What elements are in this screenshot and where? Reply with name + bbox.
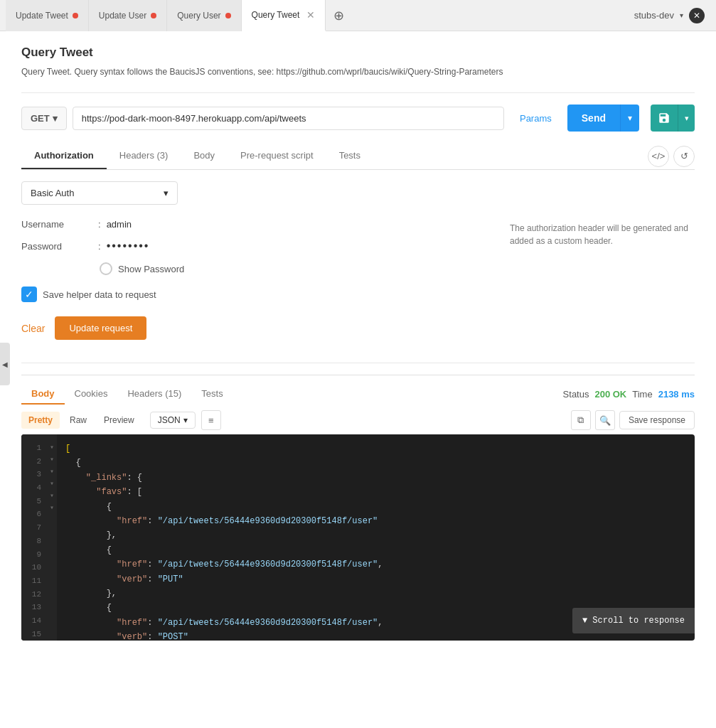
arrow-16: ▾: [50, 502, 54, 514]
format-chevron-icon: ▾: [183, 415, 188, 425]
tab-dot-update-user: [151, 13, 156, 18]
tab-bar-left: Update Tweet Update User Query User Quer…: [6, 0, 348, 31]
tab-pre-request[interactable]: Pre-request script: [228, 143, 326, 169]
tab-close-icon[interactable]: ✕: [306, 9, 315, 21]
format-label: JSON: [158, 415, 181, 425]
line-num-6: 6: [27, 508, 41, 521]
show-password-label: Show Password: [118, 264, 184, 274]
params-button[interactable]: Params: [510, 107, 562, 129]
time-value: 2138 ms: [658, 389, 695, 400]
tab-query-tweet[interactable]: Query Tweet ✕: [242, 0, 326, 31]
line-num-3: 3: [27, 468, 41, 481]
divider-2: [21, 363, 695, 363]
left-scroll-button[interactable]: ◀: [0, 343, 10, 385]
send-arrow-button[interactable]: ▾: [620, 105, 639, 132]
line-num-11: 11: [27, 574, 41, 588]
line-num-4: 4: [27, 481, 41, 495]
tab-body[interactable]: Body: [181, 143, 228, 169]
tab-update-tweet[interactable]: Update Tweet: [6, 0, 89, 31]
line-num-15: 15: [27, 628, 41, 641]
code-line-5: {: [65, 500, 686, 514]
resp-tab-tests[interactable]: Tests: [191, 384, 233, 405]
method-label: GET: [31, 113, 50, 124]
status-label: Status: [563, 389, 589, 400]
code-line-9: "href": "/api/tweets/56444e9360d9d20300f…: [65, 557, 686, 572]
tab-label: Update User: [99, 11, 146, 21]
response-tabs-row: Body Cookies Headers (15) Tests Status 2…: [21, 384, 695, 405]
resp-tab-cookies[interactable]: Cookies: [65, 384, 118, 405]
show-password-checkbox[interactable]: [100, 262, 112, 275]
username-field-row: Username : admin: [21, 219, 488, 230]
tab-add-button[interactable]: ⊕: [328, 6, 348, 26]
tab-query-user[interactable]: Query User: [167, 0, 241, 31]
search-button[interactable]: 🔍: [595, 410, 615, 430]
code-line-3: "_links": {: [65, 471, 686, 485]
code-line-7: },: [65, 528, 686, 542]
tab-authorization[interactable]: Authorization: [21, 143, 107, 169]
save-button[interactable]: [651, 105, 678, 132]
method-chevron-icon: ▾: [53, 113, 58, 124]
show-password-row: Show Password: [21, 262, 488, 275]
auth-fields-left: Username : admin Password : •••••••• Sho…: [21, 219, 488, 287]
action-buttons: Clear Update request: [21, 316, 695, 340]
save-arrow-button[interactable]: ▾: [678, 105, 695, 132]
method-select[interactable]: GET ▾: [21, 107, 67, 130]
request-tabs: Authorization Headers (3) Body Pre-reque…: [21, 143, 695, 170]
response-section: Body Cookies Headers (15) Tests Status 2…: [21, 375, 695, 641]
auth-section: Basic Auth ▾ Username : admin Password :…: [21, 181, 695, 351]
tab-tests[interactable]: Tests: [326, 143, 373, 169]
resp-tab-body[interactable]: Body: [21, 384, 65, 405]
response-status: Status 200 OK Time 2138 ms: [563, 389, 695, 400]
tab-update-user[interactable]: Update User: [89, 0, 167, 31]
copy-button[interactable]: ⧉: [571, 410, 591, 430]
checkmark-icon: ✓: [25, 289, 33, 300]
line-num-9: 9: [27, 548, 41, 562]
clear-button[interactable]: Clear: [21, 323, 45, 334]
password-field-row: Password : ••••••••: [21, 240, 488, 252]
tab-bar: Update Tweet Update User Query User Quer…: [0, 0, 716, 31]
divider-1: [21, 92, 695, 93]
app-close-button[interactable]: ✕: [689, 8, 705, 23]
save-response-button[interactable]: Save response: [619, 411, 695, 429]
line-num-12: 12: [27, 588, 41, 601]
code-line-11: },: [65, 587, 686, 601]
tab-dot-query-user: [225, 13, 231, 18]
code-icon-button[interactable]: </>: [648, 146, 669, 167]
line-num-5: 5: [27, 495, 41, 508]
response-toolbar-right: ⧉ 🔍 Save response: [571, 410, 695, 430]
fmt-preview-button[interactable]: Preview: [97, 412, 141, 429]
code-line-8: {: [65, 543, 686, 557]
resp-tab-headers[interactable]: Headers (15): [117, 384, 191, 405]
workspace-chevron-icon[interactable]: ▾: [680, 11, 683, 19]
arrow-2: ▾: [50, 454, 54, 466]
code-line-6: "href": "/api/tweets/56444e9360d9d20300f…: [65, 514, 686, 528]
update-request-button[interactable]: Update request: [55, 316, 146, 340]
auth-note: The authorization header will be generat…: [510, 222, 695, 247]
reset-icon-button[interactable]: ↺: [673, 146, 695, 167]
auth-type-select[interactable]: Basic Auth ▾: [21, 181, 178, 205]
arrow-12: ▾: [50, 490, 54, 502]
send-button[interactable]: Send: [567, 105, 620, 132]
tab-headers[interactable]: Headers (3): [107, 143, 181, 169]
username-value: admin: [107, 219, 132, 230]
fmt-pretty-button[interactable]: Pretty: [21, 412, 60, 429]
password-label: Password: [21, 241, 92, 252]
line-numbers: 1 2 3 4 5 6 7 8 9 10 11 12 13 14 15 16: [21, 434, 47, 641]
response-toolbar: Pretty Raw Preview JSON ▾ ≡ ⧉ 🔍 Save res…: [21, 410, 695, 430]
req-tab-icons: </> ↺: [648, 146, 695, 167]
save-helper-checkbox[interactable]: ✓: [21, 287, 37, 302]
format-lines-icon[interactable]: ≡: [201, 410, 221, 430]
page-title: Query Tweet: [21, 46, 695, 60]
arrow-3: ▾: [50, 466, 54, 478]
format-select[interactable]: JSON ▾: [150, 412, 196, 429]
scroll-to-response-button[interactable]: ▼ Scroll to response: [572, 608, 695, 633]
arrow-1: ▾: [50, 441, 54, 454]
fmt-raw-button[interactable]: Raw: [63, 412, 94, 429]
workspace-label: stubs-dev: [634, 10, 674, 21]
auth-fields: Username : admin Password : •••••••• Sho…: [21, 219, 695, 287]
auth-type-label: Basic Auth: [31, 188, 74, 198]
time-label: Time: [632, 389, 652, 400]
tab-label: Query User: [177, 11, 220, 21]
url-input[interactable]: [73, 107, 504, 130]
line-num-1: 1: [27, 441, 41, 455]
